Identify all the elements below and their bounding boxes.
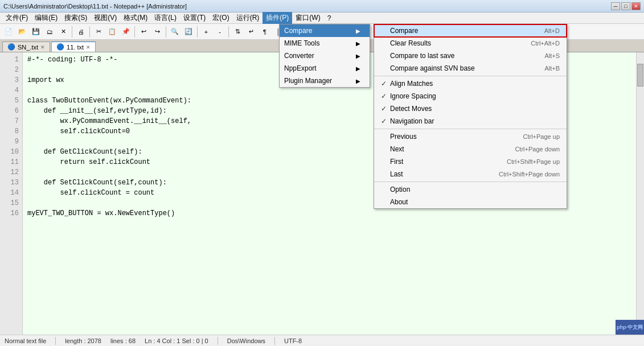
shortcut-compare-svn: Alt+B — [544, 65, 560, 72]
sync-scroll-button[interactable]: ⇅ — [231, 26, 244, 38]
redo-button[interactable]: ↪ — [151, 26, 163, 38]
menu-item-run[interactable]: 运行(R) — [233, 12, 263, 24]
compare-label-ignore-spacing: Ignore Spacing — [390, 92, 560, 100]
compare-menu-item-ignore-spacing[interactable]: ✓Ignore Spacing — [374, 90, 567, 102]
status-encoding: UTF-8 — [284, 337, 302, 344]
compare-label-about: About — [390, 198, 560, 206]
tab-close-1[interactable]: ✕ — [40, 44, 45, 50]
save-all-button[interactable]: 🗂 — [43, 26, 56, 38]
plugin-menu-item-mime[interactable]: MIME Tools▶ — [280, 37, 370, 50]
compare-menu-item-about[interactable]: About — [374, 196, 567, 208]
close-button-tb[interactable]: ✕ — [57, 26, 69, 38]
compare-menu-item-detect-moves[interactable]: ✓Detect Moves — [374, 102, 567, 115]
paste-button[interactable]: 📌 — [120, 26, 132, 38]
toolbar-sep4 — [166, 26, 166, 38]
menu-item-help[interactable]: ? — [324, 13, 335, 23]
plugin-menu-item-nppexport[interactable]: NppExport▶ — [280, 62, 370, 75]
php-text: php·中文网 — [617, 324, 643, 331]
plugin-menu-label-mime: MIME Tools — [284, 39, 319, 47]
cut-button[interactable]: ✂ — [92, 26, 105, 38]
compare-menu-item-compare-last-save[interactable]: Compare to last saveAlt+S — [374, 50, 567, 62]
status-lines: lines : 68 — [110, 337, 136, 344]
compare-label-nav-bar: Navigation bar — [390, 117, 560, 125]
zoom-out-button[interactable]: - — [214, 26, 226, 38]
compare-sep-9 — [374, 129, 567, 129]
compare-submenu: CompareAlt+DClear ResultsCtrl+Alt+DCompa… — [374, 24, 567, 209]
close-button[interactable]: ✕ — [631, 2, 641, 10]
line-num-6: 6 — [0, 106, 22, 116]
arrow-icon-pluginmanager: ▶ — [356, 78, 360, 84]
status-sep1 — [55, 337, 56, 345]
line-num-11: 11 — [0, 157, 22, 167]
menu-item-edit[interactable]: 编辑(E) — [31, 12, 61, 24]
all-chars-button[interactable]: ¶ — [259, 26, 271, 38]
toolbar-sep5 — [197, 26, 198, 38]
tab-sn-txt[interactable]: 🔵 SN_.txt ✕ — [2, 42, 50, 52]
tab-icon-2: 🔵 — [56, 43, 64, 51]
menu-item-format[interactable]: 格式(M) — [120, 12, 151, 24]
toolbar-sep6 — [228, 26, 229, 38]
new-button[interactable]: 📄 — [2, 26, 15, 38]
compare-menu-item-first[interactable]: FirstCtrl+Shift+Page up — [374, 155, 567, 168]
shortcut-compare-last-save: Alt+S — [544, 52, 560, 59]
status-position: Ln : 4 Col : 1 Sel : 0 | 0 — [145, 337, 208, 344]
word-wrap-button[interactable]: ↵ — [245, 26, 257, 38]
compare-menu-item-previous[interactable]: PreviousCtrl+Page up — [374, 130, 567, 143]
check-icon-ignore-spacing: ✓ — [381, 92, 390, 100]
maximize-button[interactable]: □ — [621, 2, 630, 10]
compare-menu-item-compare-action[interactable]: CompareAlt+D — [374, 24, 567, 37]
zoom-in-button[interactable]: + — [200, 26, 212, 38]
menu-item-plugins[interactable]: 插件(P) — [262, 12, 292, 24]
compare-menu-item-clear-results[interactable]: Clear ResultsCtrl+Alt+D — [374, 37, 567, 50]
save-button[interactable]: 💾 — [30, 26, 42, 38]
shortcut-clear-results: Ctrl+Alt+D — [531, 40, 560, 47]
undo-button[interactable]: ↩ — [137, 26, 150, 38]
plugin-menu-item-converter[interactable]: Converter▶ — [280, 50, 370, 62]
title-buttons: ─ □ ✕ — [611, 2, 641, 10]
arrow-icon-compare: ▶ — [356, 28, 360, 34]
status-sep3 — [274, 337, 275, 345]
menu-item-search[interactable]: 搜索(S) — [61, 12, 91, 24]
menu-item-window[interactable]: 窗口(W) — [292, 12, 323, 24]
open-button[interactable]: 📂 — [16, 26, 28, 38]
tab-close-2[interactable]: ✕ — [86, 44, 91, 50]
check-icon-align-matches: ✓ — [381, 80, 390, 88]
toolbar-sep2 — [89, 26, 90, 38]
compare-label-previous: Previous — [390, 133, 523, 141]
shortcut-last: Ctrl+Shift+Page down — [499, 171, 560, 178]
compare-menu-item-last[interactable]: LastCtrl+Shift+Page down — [374, 168, 567, 180]
compare-menu-item-align-matches[interactable]: ✓Align Matches — [374, 77, 567, 90]
plugin-menu-item-compare[interactable]: Compare▶ — [280, 24, 370, 37]
menu-item-settings[interactable]: 设置(T) — [180, 12, 209, 24]
copy-button[interactable]: 📋 — [106, 26, 118, 38]
compare-menu-item-compare-svn[interactable]: Compare against SVN baseAlt+B — [374, 62, 567, 75]
php-logo: php·中文网 — [616, 320, 644, 335]
line-num-4: 4 — [0, 85, 22, 96]
compare-menu-item-option[interactable]: Option — [374, 183, 567, 196]
plugin-menu-label-converter: Converter — [284, 52, 314, 60]
print-button[interactable]: 🖨 — [75, 26, 87, 38]
compare-menu-item-next[interactable]: NextCtrl+Page down — [374, 143, 567, 155]
scrollbar[interactable] — [636, 52, 644, 335]
line-num-14: 14 — [0, 188, 22, 198]
status-bar: Normal text file length : 2078 lines : 6… — [0, 335, 644, 346]
minimize-button[interactable]: ─ — [611, 2, 620, 10]
plugin-menu-item-pluginmanager[interactable]: Plugin Manager▶ — [280, 75, 370, 87]
find-button[interactable]: 🔍 — [169, 26, 181, 38]
toolbar-sep3 — [134, 26, 135, 38]
tab-11-txt[interactable]: 🔵 11. txt ✕ — [51, 42, 96, 52]
status-line-ending: Dos\Windows — [227, 337, 265, 344]
replace-button[interactable]: 🔄 — [182, 26, 195, 38]
compare-label-compare-svn: Compare against SVN base — [390, 64, 544, 72]
line-num-13: 13 — [0, 178, 22, 188]
compare-label-detect-moves: Detect Moves — [390, 105, 560, 113]
plugin-menu-label-compare: Compare — [284, 27, 312, 35]
menu-item-file[interactable]: 文件(F) — [2, 12, 31, 24]
compare-menu-item-nav-bar[interactable]: ✓Navigation bar — [374, 115, 567, 127]
menu-item-view[interactable]: 视图(V) — [91, 12, 120, 24]
tab-label-1: SN_.txt — [18, 44, 38, 51]
menu-item-language[interactable]: 语言(L) — [151, 12, 180, 24]
menu-item-macro[interactable]: 宏(O) — [209, 12, 232, 24]
line-num-7: 7 — [0, 116, 22, 126]
shortcut-first: Ctrl+Shift+Page up — [507, 158, 560, 165]
